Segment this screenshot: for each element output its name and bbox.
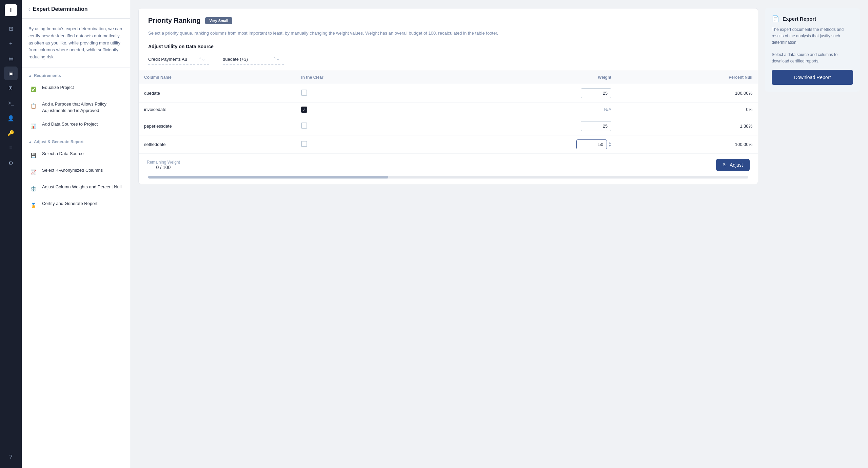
expert-report-title: 📄 Expert Report bbox=[772, 15, 853, 22]
col-header-inclear: In the Clear bbox=[296, 71, 430, 84]
nav-panel: ‹ Expert Determination By using Immuta's… bbox=[22, 0, 130, 468]
card-title-row: Priority Ranking Very Small bbox=[148, 17, 748, 24]
terminal-icon[interactable]: >_ bbox=[4, 96, 18, 110]
people-icon[interactable]: 👤 bbox=[4, 111, 18, 125]
horizontal-scrollbar[interactable] bbox=[148, 176, 748, 179]
layers-icon[interactable]: ▤ bbox=[4, 52, 18, 65]
cell-percentnull: 100.00% bbox=[617, 135, 758, 153]
cell-percentnull: 0% bbox=[617, 102, 758, 117]
nav-item-add-purpose[interactable]: 📋 Add a Purpose that Allows Policy Adjus… bbox=[22, 97, 130, 117]
list-icon[interactable]: ≡ bbox=[4, 141, 18, 155]
priority-badge: Very Small bbox=[205, 17, 232, 24]
cell-colname: invoicedate bbox=[139, 102, 296, 117]
expert-report-icon: 📄 bbox=[772, 15, 779, 22]
icon-sidebar: I ⊞ ＋ ▤ ▣ ⛨ >_ 👤 🔑 ≡ ⚙ ? bbox=[0, 0, 22, 468]
cell-colname: settleddate bbox=[139, 135, 296, 153]
table-section: Column Name In the Clear Weight Percent … bbox=[139, 71, 758, 154]
add-datasources-icon: 📊 bbox=[28, 121, 38, 131]
nav-item-certify[interactable]: 🏅 Certify and Generate Report bbox=[22, 197, 130, 213]
inclear-checkbox[interactable] bbox=[301, 90, 307, 96]
cell-weight: N/A bbox=[430, 102, 617, 117]
cell-weight: ▲▼ bbox=[430, 135, 617, 153]
datasource-dropdown-label: Credit Payments Au bbox=[148, 57, 187, 62]
nav-title: Expert Determination bbox=[33, 6, 88, 12]
datasource-dropdown-arrows-icon: ⌃⌄ bbox=[198, 57, 205, 61]
weight-input[interactable] bbox=[581, 88, 611, 98]
folder-icon[interactable]: ▣ bbox=[4, 67, 18, 80]
expert-report-desc1: The expert documents the methods and res… bbox=[772, 26, 853, 46]
equalize-icon: ✅ bbox=[28, 85, 38, 94]
cell-colname: duedate bbox=[139, 84, 296, 102]
select-datasource-icon: 💾 bbox=[28, 151, 38, 160]
weight-wrapper bbox=[436, 88, 611, 98]
nav-header: ‹ Expert Determination bbox=[22, 0, 130, 19]
weight-input-focused[interactable] bbox=[576, 139, 607, 149]
plus-icon[interactable]: ＋ bbox=[4, 37, 18, 50]
weight-input[interactable] bbox=[581, 121, 611, 131]
nav-item-add-datasources[interactable]: 📊 Add Data Sources to Project bbox=[22, 117, 130, 134]
adjust-weights-icon: ⚖️ bbox=[28, 184, 38, 193]
datasource-dropdown[interactable]: Credit Payments Au ⌃⌄ bbox=[148, 54, 209, 65]
help-icon[interactable]: ? bbox=[4, 450, 18, 464]
nav-item-equalize[interactable]: ✅ Equalize Project bbox=[22, 81, 130, 97]
adjust-refresh-icon: ↻ bbox=[723, 162, 727, 168]
settings-icon[interactable]: ⚙ bbox=[4, 156, 18, 170]
cell-colname: paperlessdate bbox=[139, 117, 296, 135]
scrollbar-thumb[interactable] bbox=[148, 176, 388, 179]
card-description: Select a priority queue, ranking columns… bbox=[148, 30, 748, 37]
nav-item-select-columns[interactable]: 📈 Select K-Anonymized Columns bbox=[22, 164, 130, 180]
certify-icon: 🏅 bbox=[28, 201, 38, 210]
add-purpose-icon: 📋 bbox=[28, 101, 38, 111]
col-header-name: Column Name bbox=[139, 71, 296, 84]
inclear-checkbox[interactable]: ✓ bbox=[301, 107, 307, 113]
cell-inclear bbox=[296, 135, 430, 153]
cell-percentnull: 1.38% bbox=[617, 117, 758, 135]
column-dropdown[interactable]: duedate (+3) ⌃⌄ bbox=[223, 54, 284, 65]
nav-item-adjust-weights[interactable]: ⚖️ Adjust Column Weights and Percent Nul… bbox=[22, 180, 130, 197]
column-dropdown-arrows-icon: ⌃⌄ bbox=[273, 57, 280, 61]
right-panel: 📄 Expert Report The expert documents the… bbox=[765, 8, 860, 460]
priority-ranking-card: Priority Ranking Very Small Select a pri… bbox=[138, 8, 758, 184]
home-icon[interactable]: ⊞ bbox=[4, 22, 18, 35]
table-row: paperlessdate 1.38% bbox=[139, 117, 758, 135]
cell-percentnull: 100.00% bbox=[617, 84, 758, 102]
cell-inclear bbox=[296, 84, 430, 102]
adjust-button[interactable]: ↻ Adjust bbox=[716, 159, 750, 171]
remaining-weight-value: 0 / 100 bbox=[147, 165, 180, 170]
nav-description: By using Immuta's expert determination, … bbox=[22, 19, 130, 68]
adjust-chevron-icon: ▲ bbox=[28, 140, 32, 144]
back-arrow-icon[interactable]: ‹ bbox=[28, 6, 30, 12]
data-table: Column Name In the Clear Weight Percent … bbox=[139, 71, 758, 154]
key-icon[interactable]: 🔑 bbox=[4, 126, 18, 140]
expert-report-card: 📄 Expert Report The expert documents the… bbox=[765, 8, 860, 92]
adjust-section-label: ▲ Adjust & Generate Report bbox=[22, 134, 130, 147]
adjust-utility-label: Adjust Utility on Data Source bbox=[148, 44, 748, 49]
requirements-section-label: ▲ Requirements bbox=[22, 68, 130, 81]
weight-wrapper: ▲▼ bbox=[436, 139, 611, 149]
download-report-button[interactable]: Download Report bbox=[772, 70, 853, 85]
center-panel: Priority Ranking Very Small Select a pri… bbox=[138, 8, 758, 460]
cell-inclear bbox=[296, 117, 430, 135]
select-columns-icon: 📈 bbox=[28, 167, 38, 177]
weight-wrapper bbox=[436, 121, 611, 131]
weight-na: N/A bbox=[604, 107, 611, 112]
col-header-percentnull: Percent Null bbox=[617, 71, 758, 84]
column-dropdown-label: duedate (+3) bbox=[223, 57, 248, 62]
col-header-weight: Weight bbox=[430, 71, 617, 84]
cell-inclear: ✓ bbox=[296, 102, 430, 117]
requirements-chevron-icon: ▲ bbox=[28, 74, 32, 77]
nav-item-select-datasource[interactable]: 💾 Select a Data Source bbox=[22, 147, 130, 164]
dropdowns-row: Credit Payments Au ⌃⌄ duedate (+3) ⌃⌄ bbox=[148, 54, 748, 65]
table-row: settleddate ▲▼ 100.00% bbox=[139, 135, 758, 153]
remaining-weight-label: Remaining Weight bbox=[147, 160, 180, 165]
cell-weight bbox=[430, 84, 617, 102]
weight-spinner-icon[interactable]: ▲▼ bbox=[608, 141, 611, 148]
main-content: Priority Ranking Very Small Select a pri… bbox=[130, 0, 868, 468]
table-row: duedate 100.00% bbox=[139, 84, 758, 102]
shield-icon[interactable]: ⛨ bbox=[4, 81, 18, 95]
app-logo: I bbox=[5, 4, 17, 16]
inclear-checkbox[interactable] bbox=[301, 123, 307, 129]
cell-weight bbox=[430, 117, 617, 135]
table-row: invoicedate ✓ N/A 0% bbox=[139, 102, 758, 117]
inclear-checkbox[interactable] bbox=[301, 141, 307, 147]
